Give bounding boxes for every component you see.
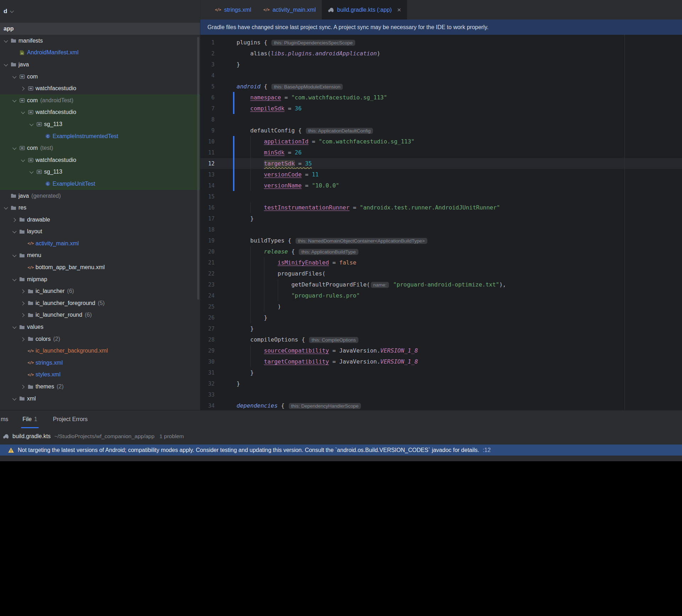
- line-number[interactable]: 1: [200, 37, 215, 48]
- code-line-14[interactable]: 14 versionName = "10.0.0": [200, 180, 682, 191]
- code-line-33[interactable]: 33: [200, 389, 682, 400]
- code-line-23[interactable]: 23 getDefaultProguardFile(name: "proguar…: [200, 279, 682, 290]
- chevron-right-icon[interactable]: [19, 309, 26, 321]
- tab-strings-xml[interactable]: </> strings.xml: [209, 0, 257, 20]
- tab-project-errors[interactable]: Project Errors: [49, 410, 91, 428]
- line-number[interactable]: 12: [200, 158, 215, 169]
- line-number[interactable]: 16: [200, 202, 215, 213]
- code-line-34[interactable]: 34dependencies { this: DependencyHandler…: [200, 400, 682, 410]
- line-number[interactable]: 23: [200, 279, 215, 290]
- chevron-down-icon[interactable]: [11, 273, 18, 285]
- problems-file-row[interactable]: build.gradle.kts ~/StudioProjects/wf_com…: [0, 428, 682, 445]
- line-number[interactable]: 2: [200, 48, 215, 59]
- tree-item-watchfacestudio[interactable]: watchfacestudio: [0, 107, 200, 119]
- code-line-16[interactable]: 16 testInstrumentationRunner = "androidx…: [200, 202, 682, 213]
- tree-item-ic-launcher-background-xml[interactable]: </>ic_launcher_background.xml: [0, 345, 200, 357]
- tab-build-gradle-kts[interactable]: build.gradle.kts (:app) ×: [322, 0, 407, 20]
- code-line-22[interactable]: 22 proguardFiles(: [200, 268, 682, 279]
- code-line-1[interactable]: 1plugins { this: PluginDependenciesSpecS…: [200, 37, 682, 48]
- code-line-26[interactable]: 26 }: [200, 312, 682, 323]
- project-view-selector[interactable]: d: [0, 0, 200, 23]
- tree-item-res[interactable]: res: [0, 202, 200, 214]
- chevron-down-icon[interactable]: [11, 321, 18, 333]
- code-line-6[interactable]: 6 namespace = "com.watchfacestudio.sg_11…: [200, 92, 682, 103]
- line-number[interactable]: 27: [200, 323, 215, 334]
- warning-row[interactable]: Not targeting the latest versions of And…: [0, 445, 682, 456]
- chevron-down-icon[interactable]: [19, 107, 26, 119]
- chevron-right-icon[interactable]: [19, 333, 26, 345]
- tree-item-ic-launcher-foreground[interactable]: ic_launcher_foreground(5): [0, 297, 200, 309]
- line-number[interactable]: 17: [200, 213, 215, 224]
- line-number[interactable]: 8: [200, 114, 215, 125]
- chevron-down-icon[interactable]: [19, 154, 26, 166]
- line-number[interactable]: 19: [200, 235, 215, 246]
- tree-item-com[interactable]: com(test): [0, 142, 200, 154]
- tree-item-colors[interactable]: colors(2): [0, 333, 200, 345]
- tree-item-mipmap[interactable]: mipmap: [0, 273, 200, 285]
- tree-item-sg-113[interactable]: sg_113: [0, 166, 200, 178]
- chevron-down-icon[interactable]: [11, 71, 18, 83]
- chevron-down-icon[interactable]: [28, 166, 35, 178]
- line-number[interactable]: 5: [200, 81, 215, 92]
- tree-item-themes[interactable]: themes(2): [0, 381, 200, 393]
- chevron-down-icon[interactable]: [2, 59, 9, 71]
- chevron-down-icon[interactable]: [11, 226, 18, 238]
- chevron-down-icon[interactable]: [2, 35, 9, 47]
- code-line-17[interactable]: 17 }: [200, 213, 682, 224]
- tree-item-ic-launcher[interactable]: ic_launcher(6): [0, 285, 200, 297]
- tree-item-watchfacestudio[interactable]: watchfacestudio: [0, 82, 200, 94]
- line-number[interactable]: 10: [200, 136, 215, 147]
- line-number[interactable]: 11: [200, 147, 215, 158]
- code-line-28[interactable]: 28 compileOptions { this: CompileOptions: [200, 334, 682, 345]
- tree-item-androidmanifest-xml[interactable]: MAndroidManifest.xml: [0, 47, 200, 59]
- tree-item-exampleinstrumentedtest[interactable]: CExampleInstrumentedTest: [0, 130, 200, 142]
- code-line-13[interactable]: 13 versionCode = 11: [200, 169, 682, 180]
- code-line-12[interactable]: 12 targetSdk = 35: [200, 158, 682, 169]
- code-line-8[interactable]: 8: [200, 114, 682, 125]
- line-number[interactable]: 28: [200, 334, 215, 345]
- code-line-18[interactable]: 18: [200, 224, 682, 235]
- line-number[interactable]: 13: [200, 169, 215, 180]
- code-line-10[interactable]: 10 applicationId = "com.watchfacestudio.…: [200, 136, 682, 147]
- tree-item-values[interactable]: values: [0, 321, 200, 333]
- code-line-9[interactable]: 9 defaultConfig { this: ApplicationDefau…: [200, 125, 682, 136]
- line-number[interactable]: 4: [200, 70, 215, 81]
- tree-item-drawable[interactable]: drawable: [0, 214, 200, 226]
- close-icon[interactable]: ×: [397, 6, 401, 13]
- tab-file[interactable]: File 1: [19, 410, 41, 428]
- line-number[interactable]: 25: [200, 301, 215, 312]
- tree-item-com[interactable]: com: [0, 71, 200, 83]
- tree-item-bottom-app-bar-menu-xml[interactable]: </>bottom_app_bar_menu.xml: [0, 261, 200, 273]
- tree-item-watchfacestudio[interactable]: watchfacestudio: [0, 154, 200, 166]
- tree-item-menu[interactable]: menu: [0, 250, 200, 262]
- line-number[interactable]: 31: [200, 367, 215, 378]
- line-number[interactable]: 22: [200, 268, 215, 279]
- code-line-32[interactable]: 32}: [200, 378, 682, 389]
- line-number[interactable]: 24: [200, 290, 215, 301]
- line-number[interactable]: 14: [200, 180, 215, 191]
- tab-activity-main-xml[interactable]: </> activity_main.xml: [257, 0, 322, 20]
- line-number[interactable]: 15: [200, 191, 215, 202]
- tree-item-com[interactable]: com(androidTest): [0, 94, 200, 107]
- chevron-right-icon[interactable]: [19, 297, 26, 309]
- code-line-19[interactable]: 19 buildTypes { this: NamedDomainObjectC…: [200, 235, 682, 246]
- chevron-right-icon[interactable]: [19, 381, 26, 393]
- line-number[interactable]: 30: [200, 356, 215, 367]
- code-line-15[interactable]: 15: [200, 191, 682, 202]
- tree-item-strings-xml[interactable]: </>strings.xml: [0, 357, 200, 369]
- line-number[interactable]: 20: [200, 246, 215, 257]
- line-number[interactable]: 3: [200, 59, 215, 70]
- chevron-right-icon[interactable]: [19, 285, 26, 297]
- tree-item-xml[interactable]: xml: [0, 393, 200, 405]
- tree-item-app[interactable]: app: [0, 23, 200, 35]
- line-number[interactable]: 18: [200, 224, 215, 235]
- sidebar-scrollbar[interactable]: [197, 37, 199, 300]
- code-line-27[interactable]: 27 }: [200, 323, 682, 334]
- tree-item-java[interactable]: java(generated): [0, 190, 200, 202]
- tree-item-styles-xml[interactable]: </>styles.xml: [0, 369, 200, 381]
- line-number[interactable]: 9: [200, 125, 215, 136]
- chevron-right-icon[interactable]: [19, 82, 26, 94]
- line-number[interactable]: 33: [200, 389, 215, 400]
- chevron-down-icon[interactable]: [2, 202, 9, 214]
- line-number[interactable]: 7: [200, 103, 215, 114]
